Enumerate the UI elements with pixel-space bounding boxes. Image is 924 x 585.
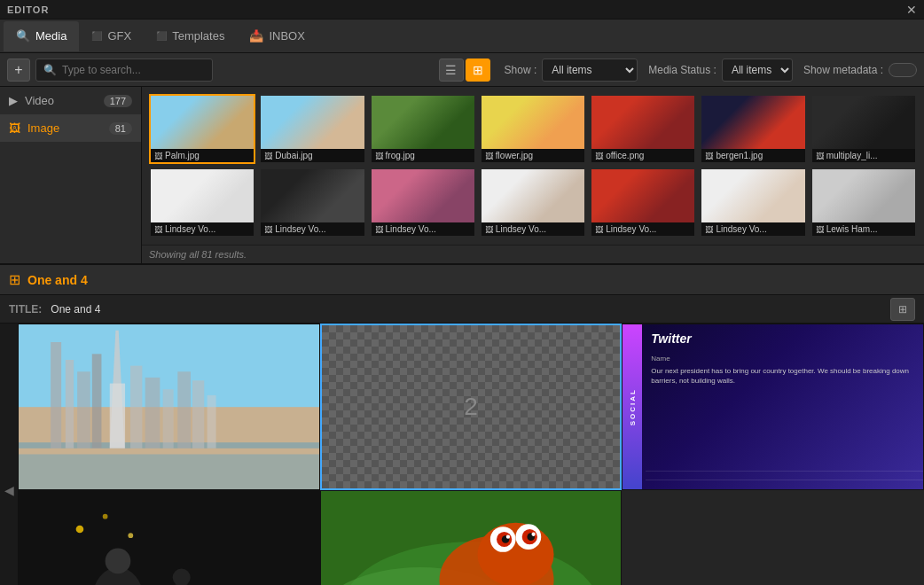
thumb-ski1[interactable]: 🖼 Lindsey Vo... [149, 168, 255, 238]
thumb-palm[interactable]: 🖼 Palm.jpg [149, 94, 255, 164]
thumb-ski6[interactable]: 🖼 Lindsey Vo... [700, 168, 806, 238]
svg-rect-16 [19, 454, 319, 489]
sidebar: ▶ Video 177 🖼 Image 81 [0, 87, 142, 263]
preview-cell-4[interactable] [18, 490, 320, 585]
svg-rect-6 [92, 354, 102, 448]
thumb-ski4[interactable]: 🖼 Lindsey Vo... [480, 168, 586, 238]
svg-rect-17 [19, 491, 319, 585]
media-grid: 🖼 Palm.jpg 🖼 Dubai.jpg [142, 87, 924, 245]
svg-rect-11 [163, 389, 174, 448]
svg-rect-4 [66, 360, 74, 448]
svg-point-19 [76, 526, 84, 534]
thumb-office[interactable]: 🖼 office.png [590, 94, 696, 164]
preview-cell-2[interactable]: 2 [320, 324, 623, 490]
search-input[interactable] [62, 64, 204, 76]
twitter-quote: Our next president has to bring our coun… [651, 366, 916, 386]
title-value: One and 4 [51, 303, 100, 316]
search-box: 🔍 [35, 58, 213, 82]
image-file-icon: 🖼 [816, 225, 824, 234]
tab-templates[interactable]: ⬛ Templates [144, 21, 237, 51]
title-row: TITLE: One and 4 ⊞ [0, 295, 924, 324]
toolbar: + 🔍 ☰ ⊞ Show : All items Used items Unus… [0, 53, 924, 87]
svg-point-40 [505, 535, 509, 539]
thumb-dubai[interactable]: 🖼 Dubai.jpg [259, 94, 365, 164]
svg-point-21 [128, 534, 133, 539]
image-icon: 🖼 [9, 121, 20, 135]
metadata-toggle[interactable] [889, 63, 917, 77]
add-button[interactable]: + [7, 58, 30, 82]
svg-rect-13 [192, 380, 204, 448]
gfx-icon: ⬛ [91, 31, 102, 41]
svg-rect-9 [130, 366, 142, 448]
preview-cell-3[interactable]: SOCIAL Twitter Name Our next president h… [622, 324, 924, 490]
svg-point-41 [531, 533, 535, 536]
social-badge-text: SOCIAL [629, 388, 637, 425]
svg-point-33 [477, 523, 553, 585]
thumb-frog[interactable]: 🖼 frog.jpg [370, 94, 476, 164]
view-toggle: ☰ ⊞ [439, 58, 490, 82]
lower-header: ⊞ One and 4 [0, 265, 924, 295]
thumb-multiplay[interactable]: 🖼 multiplay_li... [810, 94, 917, 164]
thumb-flower[interactable]: 🖼 flower.jpg [480, 94, 586, 164]
list-view-button[interactable]: ☰ [439, 58, 464, 82]
search-icon: 🔍 [43, 64, 57, 76]
preview-cell-1[interactable] [18, 324, 320, 490]
image-file-icon: 🖼 [154, 152, 162, 160]
title-bar-text: EDITOR [7, 4, 49, 15]
nav-tabs: 🔍 Media ⬛ GFX ⬛ Templates 📥 INBOX [0, 20, 924, 53]
image-file-icon: 🖼 [485, 152, 493, 160]
preview-cell-5[interactable] [320, 490, 623, 585]
grid-icon: ⊞ [9, 271, 20, 288]
image-file-icon: 🖼 [595, 152, 603, 160]
media-area: 🖼 Palm.jpg 🖼 Dubai.jpg [142, 87, 924, 263]
preview-grid: 2 SOCIAL Twitter [18, 324, 924, 585]
cell-number: 2 [464, 393, 478, 421]
tab-media[interactable]: 🔍 Media [4, 21, 79, 51]
video-icon: ▶ [9, 94, 18, 107]
thumb-ski5[interactable]: 🖼 Lindsey Vo... [590, 168, 696, 238]
name-label: Name [651, 355, 916, 363]
image-file-icon: 🖼 [264, 225, 272, 234]
inbox-icon: 📥 [249, 29, 263, 43]
media-status-select[interactable]: All items [722, 58, 793, 82]
image-file-icon: 🖼 [375, 225, 383, 234]
sidebar-item-video[interactable]: ▶ Video 177 [0, 87, 141, 114]
svg-rect-12 [177, 371, 191, 448]
image-file-icon: 🖼 [485, 225, 493, 234]
upper-panel: ▶ Video 177 🖼 Image 81 🖼 Palm [0, 87, 924, 265]
preview-grid-button[interactable]: ⊞ [890, 298, 915, 321]
thumb-ski2[interactable]: 🖼 Lindsey Vo... [259, 168, 365, 238]
left-panel-toggle[interactable]: ◀ [0, 324, 18, 585]
lower-title: One and 4 [27, 273, 88, 287]
image-file-icon: 🖼 [705, 225, 713, 234]
preview-area: ◀ [0, 324, 924, 585]
tab-gfx[interactable]: ⬛ GFX [79, 21, 144, 51]
svg-rect-8 [110, 384, 125, 448]
media-thumbs: 🖼 Palm.jpg 🖼 Dubai.jpg [149, 94, 917, 238]
svg-rect-5 [77, 371, 90, 448]
templates-icon: ⬛ [156, 31, 167, 41]
show-metadata-label: Show metadata : [803, 64, 883, 76]
image-file-icon: 🖼 [816, 152, 824, 160]
tab-inbox[interactable]: 📥 INBOX [237, 21, 317, 51]
svg-point-20 [103, 514, 108, 519]
show-select[interactable]: All items Used items Unused items [542, 58, 638, 82]
title-bar: EDITOR ✕ [0, 0, 924, 20]
main-content: ▶ Video 177 🖼 Image 81 🖼 Palm [0, 87, 924, 585]
close-button[interactable]: ✕ [906, 3, 917, 17]
sidebar-item-image[interactable]: 🖼 Image 81 [0, 114, 141, 142]
show-label: Show : [505, 64, 537, 76]
svg-rect-14 [208, 395, 216, 448]
svg-point-23 [106, 549, 131, 574]
thumb-lewis[interactable]: 🖼 Lewis Ham... [810, 168, 917, 238]
twitter-title: Twitter [651, 332, 916, 346]
search-icon: 🔍 [16, 29, 30, 43]
showing-results: Showing all 81 results. [142, 245, 924, 263]
title-label-text: TITLE: [9, 303, 42, 316]
image-file-icon: 🖼 [264, 152, 272, 160]
svg-rect-3 [51, 342, 61, 448]
media-status-label: Media Status : [648, 64, 716, 76]
grid-view-button[interactable]: ⊞ [466, 58, 490, 82]
thumb-bergen[interactable]: 🖼 bergen1.jpg [700, 94, 806, 164]
thumb-ski3[interactable]: 🖼 Lindsey Vo... [370, 168, 476, 238]
